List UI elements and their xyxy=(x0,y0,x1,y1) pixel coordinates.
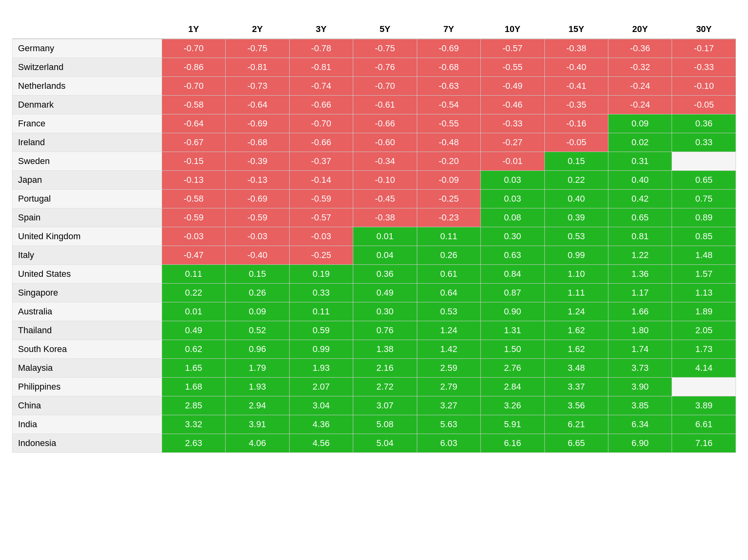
yield-cell: 1.73 xyxy=(672,340,736,359)
yield-cell: -0.03 xyxy=(226,227,289,246)
yield-cell: 6.34 xyxy=(608,415,672,434)
yield-cell: 0.11 xyxy=(417,227,480,246)
yield-cell: 3.73 xyxy=(608,359,672,378)
table-row: Singapore0.220.260.330.490.640.871.111.1… xyxy=(12,284,736,302)
country-name-cell: Indonesia xyxy=(12,434,162,453)
yield-cell: 1.24 xyxy=(544,302,608,321)
yield-cell: 0.65 xyxy=(672,171,736,190)
yield-cell: -0.58 xyxy=(162,190,225,208)
yield-cell: -0.16 xyxy=(544,114,608,133)
yield-cell: -0.38 xyxy=(353,208,417,227)
yield-cell: -0.69 xyxy=(226,114,289,133)
yield-cell: -0.69 xyxy=(417,39,480,58)
yield-cell: 0.22 xyxy=(544,171,608,190)
yield-cell: -0.27 xyxy=(481,133,544,152)
yield-cell: 3.37 xyxy=(544,378,608,396)
yield-cell: 6.90 xyxy=(608,434,672,453)
yield-cell: -0.67 xyxy=(162,133,225,152)
col-header-30Y: 30Y xyxy=(672,20,736,39)
yield-cell: 0.01 xyxy=(353,227,417,246)
yield-cell: 0.03 xyxy=(481,190,544,208)
yield-cell: -0.34 xyxy=(353,152,417,171)
yield-cell: 0.64 xyxy=(417,284,480,302)
yield-cell: 1.48 xyxy=(672,246,736,265)
yield-cell: 0.40 xyxy=(608,171,672,190)
yield-cell: 1.57 xyxy=(672,265,736,284)
yield-cell: 0.33 xyxy=(289,284,353,302)
yield-cell: 0.08 xyxy=(481,208,544,227)
col-header-15Y: 15Y xyxy=(544,20,608,39)
table-row: Ireland-0.67-0.68-0.66-0.60-0.48-0.27-0.… xyxy=(12,133,736,152)
table-row: Portugal-0.58-0.69-0.59-0.45-0.250.030.4… xyxy=(12,190,736,208)
yield-cell: 3.27 xyxy=(417,396,480,415)
yield-cell: -0.25 xyxy=(417,190,480,208)
yield-cell: 0.62 xyxy=(162,340,225,359)
table-row: Italy-0.47-0.40-0.250.040.260.630.991.22… xyxy=(12,246,736,265)
yield-cell: -0.40 xyxy=(544,58,608,77)
yield-cell: -0.57 xyxy=(481,39,544,58)
yield-cell: -0.64 xyxy=(226,96,289,114)
yield-cell: -0.49 xyxy=(481,77,544,96)
yield-cell: 5.63 xyxy=(417,415,480,434)
yield-cell: -0.48 xyxy=(417,133,480,152)
yield-cell: 3.56 xyxy=(544,396,608,415)
yield-cell: -0.86 xyxy=(162,58,225,77)
col-header-20Y: 20Y xyxy=(608,20,672,39)
yield-cell: -0.60 xyxy=(353,133,417,152)
yield-cell: -0.17 xyxy=(672,39,736,58)
country-name-cell: Japan xyxy=(12,171,162,190)
yield-cell: 0.09 xyxy=(226,302,289,321)
yield-cell: 1.62 xyxy=(544,321,608,340)
yield-cell: 2.59 xyxy=(417,359,480,378)
table-row: China2.852.943.043.073.273.263.563.853.8… xyxy=(12,396,736,415)
yield-cell: -0.73 xyxy=(226,77,289,96)
yield-cell: -0.47 xyxy=(162,246,225,265)
yield-cell: -0.01 xyxy=(481,152,544,171)
yield-cell: 0.01 xyxy=(162,302,225,321)
yield-cell: -0.61 xyxy=(353,96,417,114)
table-row: Sweden-0.15-0.39-0.37-0.34-0.20-0.010.15… xyxy=(12,152,736,171)
yield-cell: 7.16 xyxy=(672,434,736,453)
yield-cell: 0.30 xyxy=(481,227,544,246)
yield-cell: 2.05 xyxy=(672,321,736,340)
yield-cell: 2.72 xyxy=(353,378,417,396)
country-name-cell: Switzerland xyxy=(12,58,162,77)
yield-cell: 1.10 xyxy=(544,265,608,284)
yield-cell: 0.61 xyxy=(417,265,480,284)
yield-cell: 0.59 xyxy=(289,321,353,340)
yield-cell: 0.22 xyxy=(162,284,225,302)
yield-cell: 5.08 xyxy=(353,415,417,434)
yield-cell: 6.61 xyxy=(672,415,736,434)
yield-cell: -0.81 xyxy=(226,58,289,77)
yield-cell: 3.89 xyxy=(672,396,736,415)
yield-cell: -0.13 xyxy=(226,171,289,190)
yield-cell: 3.90 xyxy=(608,378,672,396)
table-row: Indonesia2.634.064.565.046.036.166.656.9… xyxy=(12,434,736,453)
yield-cell: -0.10 xyxy=(672,77,736,96)
yield-cell: 2.85 xyxy=(162,396,225,415)
country-name-cell: Denmark xyxy=(12,96,162,114)
yield-cell: 2.94 xyxy=(226,396,289,415)
yield-cell: 2.16 xyxy=(353,359,417,378)
yield-cell: -0.55 xyxy=(481,58,544,77)
table-row: United Kingdom-0.03-0.03-0.030.010.110.3… xyxy=(12,227,736,246)
yield-cell: 3.04 xyxy=(289,396,353,415)
yield-cell: -0.70 xyxy=(162,39,225,58)
col-header-country xyxy=(12,20,162,39)
yield-cell: -0.45 xyxy=(353,190,417,208)
table-row: Philippines1.681.932.072.722.792.843.373… xyxy=(12,378,736,396)
yield-cell: 6.65 xyxy=(544,434,608,453)
yield-cell: 5.91 xyxy=(481,415,544,434)
yield-cell: 0.11 xyxy=(162,265,225,284)
yield-cell: 1.17 xyxy=(608,284,672,302)
yield-cell: -0.59 xyxy=(162,208,225,227)
yield-cell: 4.36 xyxy=(289,415,353,434)
yield-cell: 0.65 xyxy=(608,208,672,227)
table-row: Japan-0.13-0.13-0.14-0.10-0.090.030.220.… xyxy=(12,171,736,190)
table-row: Switzerland-0.86-0.81-0.81-0.76-0.68-0.5… xyxy=(12,58,736,77)
country-name-cell: Ireland xyxy=(12,133,162,152)
table-row: India3.323.914.365.085.635.916.216.346.6… xyxy=(12,415,736,434)
yield-cell: -0.38 xyxy=(544,39,608,58)
col-header-2Y: 2Y xyxy=(226,20,289,39)
yield-cell: -0.55 xyxy=(417,114,480,133)
